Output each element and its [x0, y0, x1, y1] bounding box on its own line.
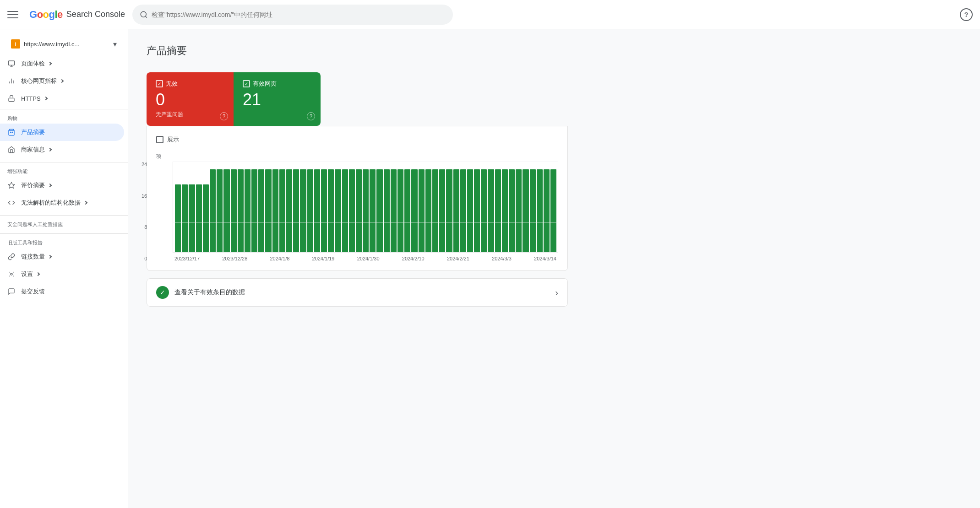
gear-icon: [7, 270, 16, 278]
status-cards: 无效 0 无严重问题 ? 有效网页 21 ?: [147, 72, 321, 126]
chart-bar: [495, 169, 501, 253]
search-bar[interactable]: [132, 5, 453, 25]
svg-rect-8: [9, 98, 14, 101]
chart-bar: [391, 169, 397, 253]
chart-bar: [439, 169, 445, 253]
sidebar-item-merchant-info[interactable]: 商家信息: [0, 141, 124, 158]
chart-bar: [481, 169, 487, 253]
search-icon: [140, 11, 148, 19]
sidebar-item-product-summary[interactable]: 产品摘要: [0, 124, 124, 141]
chart-bar: [460, 169, 466, 253]
sidebar-item-label: 链接数量: [21, 253, 45, 261]
invalid-check-icon: [156, 80, 163, 87]
valid-card-help-icon[interactable]: ?: [307, 112, 315, 120]
help-icon[interactable]: ?: [960, 8, 973, 21]
sidebar-item-settings[interactable]: 设置: [0, 265, 124, 283]
section-legacy-label: 旧版工具和报告: [0, 236, 128, 248]
chart-legend: 展示: [156, 135, 558, 144]
chart-bar: [279, 169, 285, 253]
sidebar-item-page-experience[interactable]: 页面体验: [0, 55, 124, 72]
chart-bar: [210, 169, 216, 253]
x-label: 2024/3/14: [534, 256, 556, 261]
page-title: 产品摘要: [147, 44, 962, 58]
sidebar-section-shopping: 购物 产品摘要 商家信息: [0, 109, 128, 160]
chart-bar: [349, 169, 355, 253]
chart-bar: [203, 184, 209, 253]
chart-bar: [425, 169, 431, 253]
store-icon: [7, 146, 16, 154]
chart-bar: [509, 169, 515, 253]
sidebar-section-enhanced: 增强功能 评价摘要 无法解析的结构化数据: [0, 162, 128, 213]
chart-bar: [245, 169, 250, 253]
monitor-icon: [7, 59, 16, 68]
sidebar-section-security: 安全问题和人工处置措施: [0, 215, 128, 232]
valid-check-icon: [243, 80, 250, 87]
sidebar-item-review-summary[interactable]: 评价摘要: [0, 177, 124, 194]
chart-bar: [550, 169, 556, 253]
invalid-card-label: 无效: [166, 80, 178, 88]
section-security-label: 安全问题和人工处置措施: [0, 217, 128, 230]
chart-bar: [537, 169, 543, 253]
chart-bar: [474, 169, 480, 253]
sidebar-item-label: 商家信息: [21, 146, 45, 154]
sidebar-item-link-count[interactable]: 链接数量: [0, 248, 124, 265]
sidebar-item-core-web-vitals[interactable]: 核心网页指标: [0, 72, 124, 90]
chart-bar: [307, 169, 313, 253]
y-value: 0: [142, 256, 147, 261]
legend-checkbox[interactable]: [156, 136, 163, 143]
chart-bar: [502, 169, 508, 253]
sidebar-item-label: 页面体验: [21, 59, 45, 68]
invalid-card: 无效 0 无严重问题 ?: [147, 72, 234, 126]
chevron-icon: [44, 97, 47, 100]
x-label: 2024/1/19: [312, 256, 335, 261]
chart-section: 展示 项 24 16 8 0: [147, 126, 568, 271]
chart-bar: [196, 184, 202, 253]
sidebar-item-https[interactable]: HTTPS: [0, 90, 124, 107]
sidebar-item-feedback[interactable]: 提交反馈: [0, 283, 124, 300]
invalid-card-help-icon[interactable]: ?: [220, 112, 228, 120]
chart-bar: [356, 169, 362, 253]
chart-bar: [238, 169, 244, 253]
chart-bar: [335, 169, 341, 253]
chart-bar: [231, 169, 237, 253]
chevron-icon: [48, 148, 52, 151]
chart-x-axis: 2023/12/17 2023/12/28 2024/1/8 2024/1/19…: [173, 256, 558, 261]
invalid-card-header: 无效: [156, 80, 224, 88]
property-name: https://www.imydl.c...: [24, 41, 109, 48]
chart-bar: [446, 169, 452, 253]
bottom-link-left: ✓ 查看关于有效条目的数据: [156, 286, 245, 299]
valid-card-header: 有效网页: [243, 80, 311, 88]
chart-bar: [182, 184, 188, 253]
property-dropdown-icon: ▾: [113, 40, 117, 49]
sidebar-item-unparseable[interactable]: 无法解析的结构化数据: [0, 194, 124, 211]
chart-bar: [258, 169, 264, 253]
chart-bar: [432, 169, 438, 253]
chevron-icon: [48, 62, 52, 65]
chart-area: [173, 162, 558, 253]
chevron-icon: [48, 184, 52, 187]
section-enhanced-label: 增强功能: [0, 164, 128, 177]
search-input[interactable]: [152, 11, 446, 18]
chart-bar: [223, 169, 229, 253]
code-icon: [7, 199, 16, 207]
link-icon: [7, 253, 16, 261]
chart-y-label: 项: [156, 153, 558, 160]
property-selector[interactable]: i https://www.imydl.c... ▾: [4, 35, 124, 53]
sidebar-item-label: 产品摘要: [21, 128, 45, 136]
y-value: 8: [142, 224, 147, 230]
main-layout: i https://www.imydl.c... ▾ 页面体验 核心网页指标: [0, 29, 980, 508]
chart-bar: [397, 169, 403, 253]
chart-bar: [453, 169, 459, 253]
sidebar-section-legacy: 旧版工具和报告 链接数量 设置: [0, 233, 128, 302]
chart-bar: [342, 169, 348, 253]
svg-rect-2: [8, 61, 14, 65]
menu-icon[interactable]: [7, 11, 18, 18]
svg-point-0: [141, 11, 146, 17]
bottom-link[interactable]: ✓ 查看关于有效条目的数据 ›: [147, 278, 568, 307]
chart-bar: [404, 169, 410, 253]
chart-bar: [384, 169, 390, 253]
x-label: 2024/1/30: [357, 256, 380, 261]
y-value: 16: [142, 193, 147, 199]
sidebar-item-label: 提交反馈: [21, 287, 45, 296]
chart-bar: [523, 169, 528, 253]
